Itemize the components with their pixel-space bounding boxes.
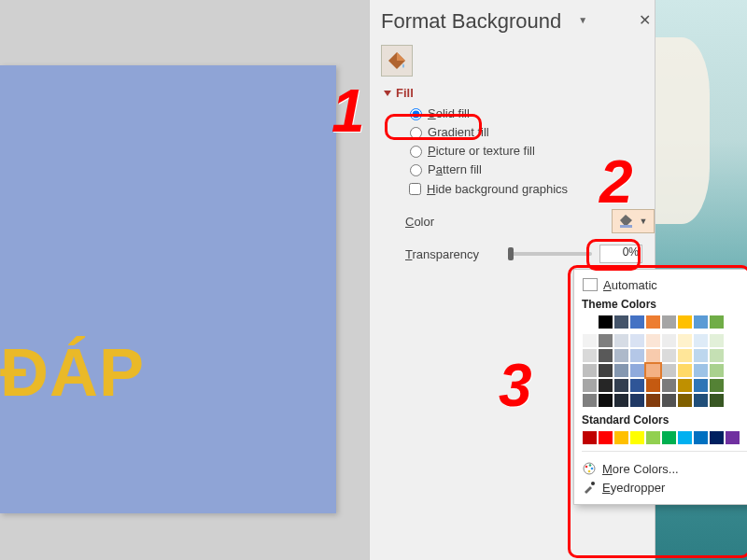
color-swatch[interactable] [599, 364, 613, 377]
color-swatch[interactable] [614, 394, 628, 407]
color-swatch[interactable] [710, 431, 724, 444]
color-swatch[interactable] [614, 349, 628, 362]
pane-menu-chevron-icon[interactable]: ▼ [578, 15, 587, 25]
color-swatch[interactable] [694, 349, 708, 362]
color-swatch[interactable] [678, 379, 692, 392]
paint-bucket-icon [387, 50, 407, 71]
color-swatch[interactable] [662, 334, 676, 347]
picture-fill-input[interactable] [410, 146, 422, 158]
color-swatch[interactable] [583, 364, 597, 377]
theme-colors-header: Theme Colors [582, 298, 747, 311]
slider-knob[interactable] [508, 247, 514, 260]
color-swatch[interactable] [630, 315, 644, 329]
color-swatch[interactable] [614, 315, 628, 329]
color-swatch[interactable] [678, 364, 692, 377]
fill-category-button[interactable] [381, 45, 413, 77]
color-swatch[interactable] [710, 379, 724, 392]
color-swatch[interactable] [646, 394, 660, 407]
color-swatch[interactable] [583, 394, 597, 407]
solid-fill-radio[interactable]: Solid fill [405, 105, 655, 120]
color-swatch[interactable] [694, 364, 708, 377]
slide-text: ĐÁP [0, 334, 145, 411]
color-swatch[interactable] [599, 334, 613, 347]
close-pane-button[interactable]: ✕ [635, 7, 655, 33]
color-swatch[interactable] [646, 334, 660, 347]
color-swatch[interactable] [614, 431, 628, 444]
pattern-fill-input[interactable] [410, 164, 422, 176]
pane-header: Format Background ▼ ✕ [370, 0, 655, 39]
color-swatch[interactable] [662, 379, 676, 392]
color-swatch[interactable] [583, 349, 597, 362]
color-swatch[interactable] [614, 334, 628, 347]
color-swatch[interactable] [583, 334, 597, 347]
theme-color-row [582, 315, 747, 329]
color-swatch[interactable] [678, 334, 692, 347]
solid-fill-input[interactable] [410, 108, 422, 120]
gradient-fill-input[interactable] [410, 127, 422, 139]
color-swatch[interactable] [694, 334, 708, 347]
chevron-down-icon: ▼ [640, 217, 648, 226]
svg-point-6 [589, 464, 592, 467]
color-swatch[interactable] [678, 349, 692, 362]
eyedropper-item[interactable]: Eyedropper [582, 480, 747, 495]
color-swatch[interactable] [726, 431, 740, 444]
color-swatch[interactable] [646, 379, 660, 392]
color-swatch[interactable] [694, 394, 708, 407]
color-swatch[interactable] [614, 364, 628, 377]
color-swatch[interactable] [678, 431, 692, 444]
pattern-fill-label: Pattern fill [428, 162, 482, 176]
color-swatch[interactable] [710, 394, 724, 407]
color-swatch[interactable] [710, 334, 724, 347]
color-swatch[interactable] [630, 349, 644, 362]
color-swatch[interactable] [710, 315, 724, 329]
color-swatch[interactable] [646, 349, 660, 362]
automatic-color-item[interactable]: Automatic [582, 277, 747, 292]
color-swatch[interactable] [662, 315, 676, 329]
color-swatch[interactable] [599, 394, 613, 407]
gradient-fill-label: Gradient fill [428, 125, 489, 139]
fill-section-label: Fill [396, 86, 414, 100]
color-swatch[interactable] [630, 431, 644, 444]
more-colors-item[interactable]: More Colors... [582, 461, 747, 476]
color-swatch[interactable] [583, 431, 597, 444]
color-swatch[interactable] [583, 315, 597, 329]
color-swatch[interactable] [710, 364, 724, 377]
color-swatch[interactable] [630, 394, 644, 407]
hide-bg-graphics-input[interactable] [409, 183, 421, 195]
color-swatch[interactable] [583, 379, 597, 392]
pane-title: Format Background [370, 0, 572, 39]
svg-point-5 [585, 466, 588, 469]
color-swatch[interactable] [599, 379, 613, 392]
color-swatch[interactable] [630, 364, 644, 377]
gradient-fill-radio[interactable]: Gradient fill [405, 124, 655, 139]
color-swatch[interactable] [630, 334, 644, 347]
color-swatch[interactable] [694, 431, 708, 444]
color-swatch[interactable] [678, 315, 692, 329]
color-swatch[interactable] [630, 379, 644, 392]
automatic-label: Automatic [603, 278, 657, 292]
color-swatch[interactable] [646, 364, 660, 377]
color-swatch[interactable] [710, 349, 724, 362]
color-swatch[interactable] [614, 379, 628, 392]
color-swatch[interactable] [694, 315, 708, 329]
transparency-value[interactable]: 0% [599, 245, 642, 263]
color-swatch[interactable] [599, 315, 613, 329]
color-swatch[interactable] [599, 431, 613, 444]
transparency-slider[interactable] [508, 252, 592, 256]
color-swatch[interactable] [678, 394, 692, 407]
eyedropper-icon [582, 480, 597, 495]
color-swatch[interactable] [694, 379, 708, 392]
color-swatch[interactable] [646, 315, 660, 329]
standard-color-row [582, 430, 747, 445]
color-swatch[interactable] [662, 364, 676, 377]
callout-number-2: 2 [599, 147, 633, 217]
solid-fill-label: Solid fill [428, 106, 470, 120]
slide-preview[interactable]: ĐÁP [0, 65, 336, 513]
callout-number-1: 1 [331, 77, 365, 146]
fill-section-header[interactable]: Fill [385, 86, 655, 100]
color-swatch[interactable] [662, 349, 676, 362]
color-swatch[interactable] [662, 394, 676, 407]
color-swatch[interactable] [646, 431, 660, 444]
color-swatch[interactable] [662, 431, 676, 444]
color-swatch[interactable] [599, 349, 613, 362]
